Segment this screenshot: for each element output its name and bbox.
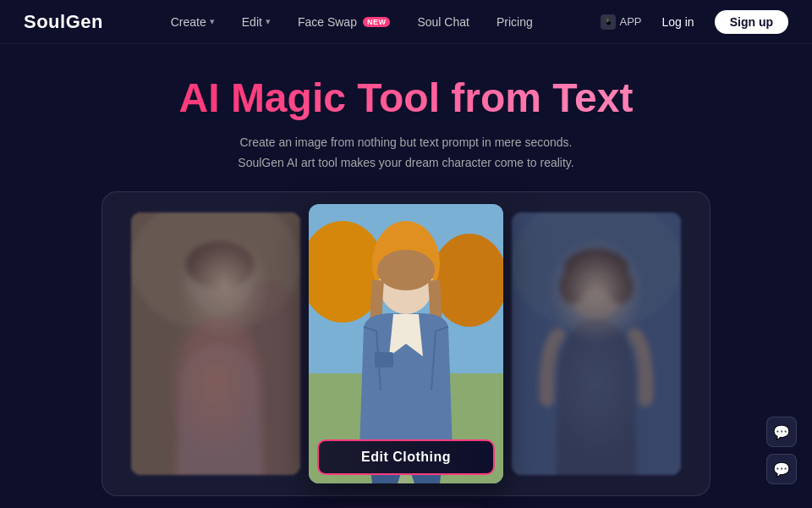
signup-button[interactable]: Sign up	[715, 10, 788, 34]
logo[interactable]: SoulGen	[24, 11, 103, 33]
nav-center: Create ▾ Edit ▾ Face Swap NEW Soul Chat …	[171, 15, 533, 29]
nav-item-edit[interactable]: Edit ▾	[242, 15, 271, 29]
chat-bubble-icon-1: 💬	[773, 424, 790, 440]
svg-rect-14	[512, 213, 681, 475]
chat-bubble-icon-2: 💬	[773, 461, 790, 478]
photo-right	[512, 213, 681, 475]
photo-left	[131, 213, 300, 475]
app-button[interactable]: 📱 APP	[601, 14, 642, 30]
svg-point-4	[186, 241, 254, 289]
login-button[interactable]: Log in	[650, 10, 706, 34]
svg-point-19	[607, 270, 633, 304]
image-card-area: Edit Clothing	[102, 191, 710, 496]
hero-title: AI Magic Tool from Text	[0, 76, 812, 121]
navbar: SoulGen Create ▾ Edit ▾ Face Swap NEW So…	[0, 0, 812, 44]
chat-icon-button-2[interactable]: 💬	[766, 454, 797, 484]
hero-section: AI Magic Tool from Text Create an image …	[0, 44, 812, 191]
nav-item-pricing[interactable]: Pricing	[497, 15, 533, 29]
new-badge: NEW	[363, 17, 391, 27]
photo-center: Edit Clothing	[309, 204, 503, 483]
left-person-svg	[131, 213, 300, 475]
svg-point-18	[560, 270, 585, 304]
nav-right: 📱 APP Log in Sign up	[601, 10, 789, 34]
svg-point-1	[131, 213, 300, 331]
chat-icon-button-1[interactable]: 💬	[766, 417, 797, 447]
nav-item-soulchat[interactable]: Soul Chat	[417, 15, 469, 29]
svg-point-2	[216, 280, 300, 475]
svg-rect-13	[375, 352, 393, 367]
svg-point-15	[512, 213, 681, 331]
app-icon: 📱	[601, 14, 616, 30]
nav-item-faceswap[interactable]: Face Swap NEW	[298, 15, 391, 29]
svg-point-3	[188, 245, 252, 316]
hero-subtitle-line1: Create an image from nothing but text pr…	[0, 133, 812, 153]
chevron-down-icon: ▾	[210, 16, 215, 27]
svg-rect-0	[131, 213, 300, 475]
hero-subtitle-line2: SoulGen AI art tool makes your dream cha…	[0, 153, 812, 174]
edit-clothing-button[interactable]: Edit Clothing	[317, 439, 495, 475]
svg-point-16	[566, 251, 627, 318]
chat-icons-panel: 💬 💬	[766, 417, 797, 484]
svg-point-11	[377, 250, 435, 290]
svg-point-17	[564, 249, 628, 291]
right-person-svg	[512, 213, 681, 475]
nav-item-create[interactable]: Create ▾	[171, 15, 215, 29]
chevron-down-icon: ▾	[266, 16, 271, 27]
